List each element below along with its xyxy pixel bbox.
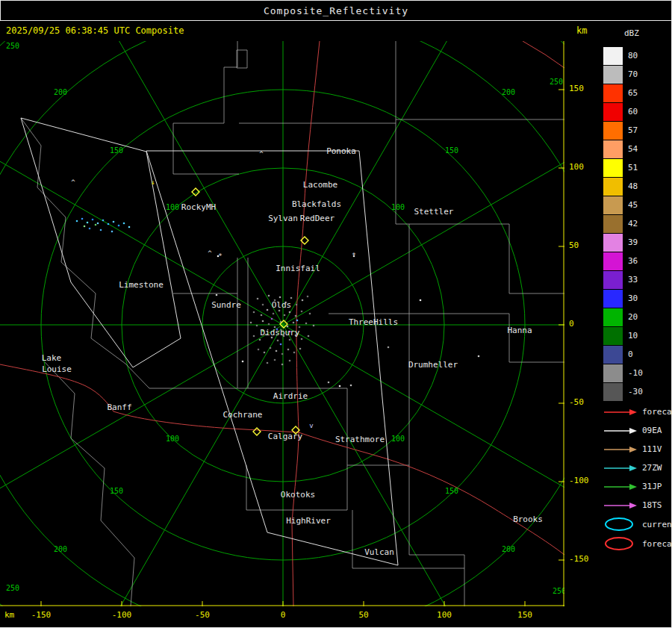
- echo-dot: [268, 323, 270, 326]
- city-label: Hanna: [507, 326, 532, 335]
- city-label: HighRiver: [286, 516, 331, 526]
- city-label: Stettler: [414, 207, 454, 217]
- map-marker: v: [309, 422, 313, 429]
- bottom-axis-tick-label: -100: [107, 610, 137, 620]
- echo-dot: [271, 318, 273, 320]
- city-label: Cochrane: [223, 410, 263, 420]
- map-marker: ^: [208, 249, 212, 257]
- colorbar-value-label: 57: [628, 125, 638, 135]
- echo-dot: [242, 361, 244, 363]
- colorbar-unit: dBZ: [624, 28, 639, 38]
- map-marker: ^: [259, 150, 264, 158]
- colorbar-swatch: [603, 308, 623, 326]
- colorbar-row: 33: [603, 270, 643, 289]
- colorbar-row: 42: [603, 214, 643, 233]
- echo-dot: [302, 299, 304, 302]
- colorbar-swatch: [603, 364, 623, 382]
- city-label: Lacombe: [303, 180, 337, 190]
- polar-grid: [0, 41, 564, 606]
- city-label: Brooks: [513, 514, 543, 524]
- echo-dot: [281, 353, 284, 355]
- echo-dot: [264, 352, 266, 354]
- echo-dot: [89, 228, 91, 230]
- legend-label: current: [642, 520, 672, 529]
- boundary-line: [237, 50, 247, 68]
- echo-dot: [339, 385, 341, 388]
- boundary-line: [409, 314, 564, 362]
- legend-row: forecast: [603, 402, 672, 421]
- colorbar-row: 45: [603, 196, 643, 214]
- city-label: Didsbury: [261, 328, 300, 338]
- city-label: Sylvan: [268, 214, 298, 223]
- boundary-line: [173, 41, 239, 174]
- bottom-axis-tick-label: 50: [349, 610, 379, 620]
- colorbar-row: 51: [603, 158, 643, 177]
- colorbar-row: -10: [603, 364, 643, 382]
- echo-dot: [279, 296, 281, 299]
- city-label: Olds: [272, 300, 292, 310]
- echo-dot: [277, 340, 279, 342]
- colorbar-row: 36: [603, 252, 643, 270]
- bottom-axis-unit: km: [4, 610, 14, 620]
- point-markers: ^^^**↓v: [71, 150, 355, 429]
- bottom-axis-tick-label: 100: [429, 610, 459, 620]
- echo-dot: [299, 348, 302, 350]
- colorbar-swatch: [603, 290, 623, 308]
- colorbar-value-label: 60: [628, 107, 638, 116]
- echo-dot: [256, 325, 258, 327]
- echo-dot: [296, 320, 299, 322]
- colorbar-swatch: [603, 234, 623, 252]
- info-bar: 2025/09/25 06:38:45 UTC Composite km: [0, 21, 672, 41]
- right-axis-labels: 150100500-50-100-150: [567, 41, 596, 606]
- city-label: Sundre: [211, 300, 241, 310]
- echo-dot: [250, 322, 252, 324]
- echo-dot: [295, 315, 297, 317]
- legend-label: forecast: [642, 539, 672, 549]
- echo-dot: [328, 382, 330, 384]
- ring-distance-label: 250: [550, 78, 563, 86]
- colorbar-value-label: 80: [628, 51, 638, 60]
- colorbar-swatch: [603, 178, 623, 196]
- colorbar-row: 48: [603, 177, 643, 196]
- colorbar-value-label: 20: [628, 312, 638, 322]
- echo-dot: [301, 338, 303, 341]
- echo-dot: [289, 339, 291, 341]
- city-label: Airdrie: [273, 391, 308, 401]
- echo-dot: [92, 219, 94, 221]
- colorbar-swatch: [603, 327, 623, 345]
- colorbar-row: 39: [603, 233, 643, 252]
- radar-map-canvas[interactable]: 2502001501001001502002501001502002501001…: [0, 41, 564, 606]
- colorbar-swatch: [603, 196, 623, 214]
- window-title: Composite_Reflectivity: [264, 5, 408, 16]
- sidebar: dBZ 807065605754514845423936333020100-10…: [597, 21, 672, 628]
- colorbar-swatch: [603, 215, 623, 233]
- legend-label: 09EA: [642, 426, 662, 435]
- echo-dot: [111, 231, 113, 233]
- colorbar-value-label: 33: [628, 275, 638, 285]
- road-line: [523, 41, 564, 68]
- colorbar-value-label: 51: [628, 163, 638, 172]
- ring-distance-label: 250: [553, 587, 564, 595]
- echo-dot: [350, 385, 352, 387]
- city-label: Lake: [42, 353, 62, 363]
- echo-dot: [267, 309, 269, 311]
- city-label: ThreeHills: [349, 317, 398, 327]
- boundary-line: [246, 465, 347, 510]
- echo-dot: [296, 304, 298, 306]
- echo-dot: [257, 298, 259, 300]
- colorbar-row: 0: [603, 345, 643, 364]
- map-marker: ↓: [151, 178, 155, 186]
- city-label: Okotoks: [281, 490, 315, 500]
- legend-label: 31JP: [642, 482, 662, 491]
- legend-row: 09EA: [603, 421, 672, 440]
- echo-dot: [284, 314, 286, 317]
- echo-dot: [259, 339, 261, 341]
- ellipse-outline: [606, 538, 632, 550]
- radial-line: [44, 41, 283, 325]
- city-label: Drumheller: [408, 360, 458, 370]
- echo-dot: [128, 226, 131, 228]
- ring-labels: 2502001501001001502002501001502002501001…: [6, 42, 564, 595]
- boundary-line: [21, 118, 149, 388]
- right-axis-tick-label: 100: [569, 162, 584, 172]
- legend-label: 18TS: [642, 500, 662, 510]
